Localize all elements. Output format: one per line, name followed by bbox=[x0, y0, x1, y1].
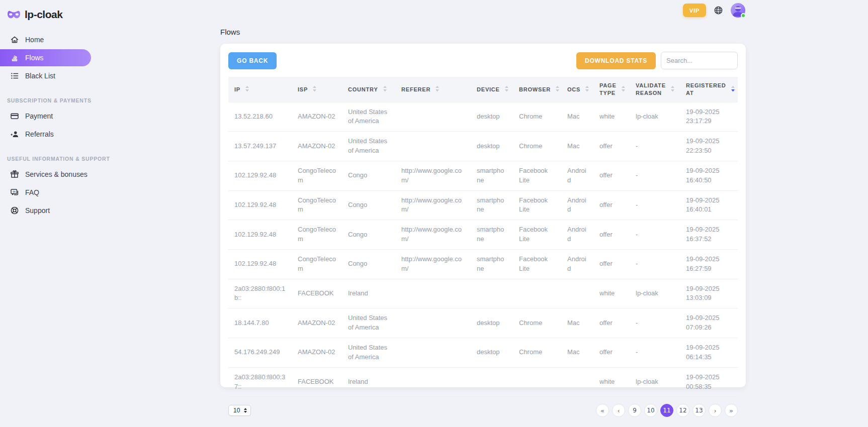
column-header-browser[interactable]: BROWSER bbox=[513, 77, 561, 102]
table-row[interactable]: 18.144.7.80AMAZON-02United States of Ame… bbox=[228, 308, 738, 338]
page-size-select[interactable]: 10 bbox=[228, 405, 251, 416]
pagination-prev-button[interactable]: ‹ bbox=[612, 404, 625, 417]
sort-icon[interactable] bbox=[731, 85, 735, 94]
pagination-page-12[interactable]: 12 bbox=[676, 404, 689, 417]
sidebar-item-home[interactable]: Home bbox=[0, 31, 101, 48]
sidebar-item-label: Support bbox=[25, 206, 50, 215]
sidebar-item-flows[interactable]: Flows bbox=[0, 49, 91, 66]
pagination-page-11[interactable]: 11 bbox=[660, 404, 673, 417]
user-avatar[interactable] bbox=[731, 3, 745, 18]
cell-referer bbox=[395, 367, 471, 397]
sidebar-section-header: USEFUL INFORMATION & SUPPORT bbox=[7, 156, 101, 162]
pagination-page-13[interactable]: 13 bbox=[692, 404, 706, 417]
sort-icon[interactable] bbox=[585, 85, 589, 94]
table-row[interactable]: 102.129.92.48CongoTelecomCongohttp://www… bbox=[228, 190, 738, 220]
stepper-arrows-icon bbox=[243, 407, 247, 413]
cell-browser: Chrome bbox=[513, 308, 561, 338]
cell-page_type: offer bbox=[593, 132, 630, 161]
cell-ip: 102.129.92.48 bbox=[228, 220, 292, 250]
cell-country: United States of America bbox=[342, 308, 395, 338]
column-label: IP bbox=[234, 86, 240, 93]
sort-icon[interactable] bbox=[504, 85, 509, 94]
table-row[interactable]: 102.129.92.48CongoTelecomCongohttp://www… bbox=[228, 161, 738, 190]
column-header-referer[interactable]: REFERER bbox=[395, 77, 471, 102]
sidebar-item-label: Home bbox=[25, 36, 44, 44]
column-header-device[interactable]: DEVICE bbox=[471, 77, 513, 102]
sidebar-item-label: Services & bonuses bbox=[25, 170, 88, 178]
sort-icon[interactable] bbox=[555, 85, 560, 94]
brand[interactable]: lp-cloak bbox=[0, 0, 101, 23]
table-header-row: IPISPCOUNTRYREFERERDEVICEBROWSEROCSPAGE … bbox=[228, 77, 738, 102]
cell-ocs bbox=[561, 279, 593, 308]
table-row[interactable]: 102.129.92.48CongoTelecomCongohttp://www… bbox=[228, 220, 738, 250]
column-header-ip[interactable]: IP bbox=[228, 77, 292, 102]
pagination-page-9[interactable]: 9 bbox=[628, 404, 641, 417]
cell-device: smartphone bbox=[471, 220, 513, 250]
table-row[interactable]: 2a03:2880:f800:37::FACEBOOKIrelandwhitel… bbox=[228, 367, 738, 397]
flows-card: GO BACK DOWNLOAD STATS IPISPCOUNTRYREFER… bbox=[220, 44, 746, 387]
sort-icon[interactable] bbox=[670, 85, 675, 94]
table-row[interactable]: 102.129.92.48CongoTelecomCongohttp://www… bbox=[228, 249, 738, 279]
column-label: PAGE TYPE bbox=[599, 82, 617, 96]
sidebar-item-referrals[interactable]: Referrals bbox=[0, 126, 101, 143]
column-header-ocs[interactable]: OCS bbox=[561, 77, 593, 102]
cell-validate_reason: - bbox=[630, 308, 680, 338]
cell-browser: Chrome bbox=[513, 132, 561, 161]
pagination-first-button[interactable]: « bbox=[596, 404, 609, 417]
cell-registered_at: 19-09-2025 06:14:35 bbox=[680, 338, 738, 368]
cell-country: United States of America bbox=[342, 338, 395, 368]
cell-validate_reason: - bbox=[630, 190, 680, 220]
vip-button[interactable]: VIP bbox=[683, 4, 706, 17]
brand-name: lp-cloak bbox=[25, 9, 62, 21]
table-row[interactable]: 2a03:2880:f800:1b::FACEBOOKIrelandwhitel… bbox=[228, 279, 738, 308]
table-row[interactable]: 13.52.218.60AMAZON-02United States of Am… bbox=[228, 102, 738, 132]
sidebar-item-services-bonuses[interactable]: Services & bonuses bbox=[0, 166, 101, 183]
sidebar-section-header: SUBSCRIPTION & PAYMENTS bbox=[7, 97, 101, 103]
go-back-button[interactable]: GO BACK bbox=[228, 52, 277, 69]
pagination-last-button[interactable]: » bbox=[725, 404, 738, 417]
black-list-icon bbox=[10, 71, 19, 80]
pagination-next-button[interactable]: › bbox=[709, 404, 722, 417]
cell-device: smartphone bbox=[471, 161, 513, 190]
sidebar-item-label: Payment bbox=[25, 112, 53, 120]
sidebar-item-label: Referrals bbox=[25, 130, 54, 138]
column-header-isp[interactable]: ISP bbox=[292, 77, 342, 102]
cell-validate_reason: - bbox=[630, 132, 680, 161]
column-header-validate_reason[interactable]: VALIDATE REASON bbox=[630, 77, 680, 102]
cell-isp: AMAZON-02 bbox=[292, 102, 342, 132]
pagination: «‹910111213›» bbox=[596, 404, 738, 417]
sidebar-item-label: Flows bbox=[25, 54, 44, 62]
sort-icon[interactable] bbox=[245, 85, 249, 94]
sort-icon[interactable] bbox=[383, 85, 387, 94]
search-input[interactable] bbox=[661, 52, 738, 69]
sidebar-item-payment[interactable]: Payment bbox=[0, 108, 101, 125]
sidebar-item-faq[interactable]: ?!FAQ bbox=[0, 184, 101, 201]
cell-validate_reason: lp-cloak bbox=[630, 279, 680, 308]
cell-ip: 2a03:2880:f800:1b:: bbox=[228, 279, 292, 308]
cell-validate_reason: - bbox=[630, 220, 680, 250]
column-header-page_type[interactable]: PAGE TYPE bbox=[593, 77, 630, 102]
column-header-registered_at[interactable]: REGISTERED AT bbox=[680, 77, 738, 102]
cell-isp: AMAZON-02 bbox=[292, 308, 342, 338]
sidebar-item-black-list[interactable]: Black List bbox=[0, 67, 101, 84]
column-label: OCS bbox=[567, 86, 580, 93]
cell-country: Congo bbox=[342, 190, 395, 220]
cell-country: Congo bbox=[342, 220, 395, 250]
cell-ip: 102.129.92.48 bbox=[228, 161, 292, 190]
column-header-country[interactable]: COUNTRY bbox=[342, 77, 395, 102]
sort-icon[interactable] bbox=[621, 85, 626, 94]
cell-ocs bbox=[561, 367, 593, 397]
cell-validate_reason: lp-cloak bbox=[630, 367, 680, 397]
cell-ip: 13.52.218.60 bbox=[228, 102, 292, 132]
sort-icon[interactable] bbox=[312, 85, 317, 94]
cell-ocs: Mac bbox=[561, 102, 593, 132]
pagination-page-10[interactable]: 10 bbox=[644, 404, 657, 417]
table-row[interactable]: 13.57.249.137AMAZON-02United States of A… bbox=[228, 132, 738, 161]
sidebar-item-support[interactable]: Support bbox=[0, 202, 101, 219]
language-globe-icon[interactable] bbox=[714, 6, 723, 15]
cell-device: smartphone bbox=[471, 249, 513, 279]
sort-icon[interactable] bbox=[435, 85, 440, 94]
table-row[interactable]: 54.176.249.249AMAZON-02United States of … bbox=[228, 338, 738, 368]
download-stats-button[interactable]: DOWNLOAD STATS bbox=[576, 52, 656, 69]
cell-browser: Facebook Lite bbox=[513, 190, 561, 220]
